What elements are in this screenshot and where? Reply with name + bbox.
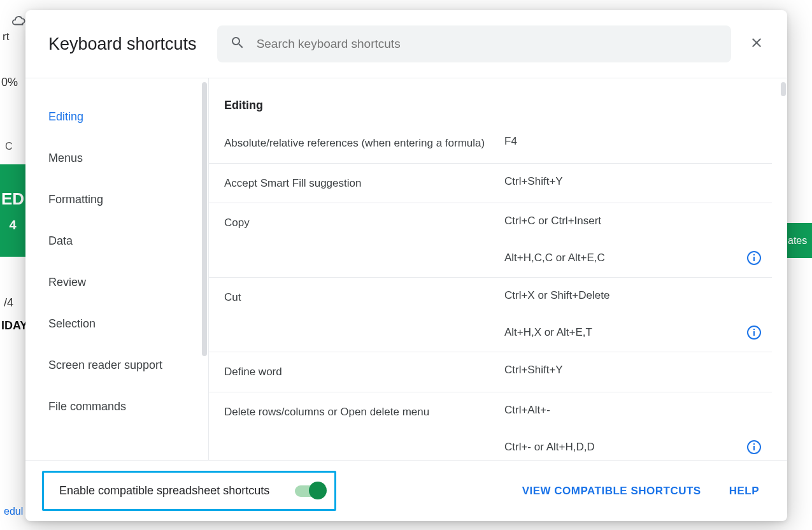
shortcut-keys: Ctrl+Alt+- — [504, 404, 550, 417]
shortcut-row: CutCtrl+X or Shift+DeleteAlt+H,X or Alt+… — [209, 278, 772, 352]
bg-green-right: ates — [785, 223, 812, 258]
svg-rect-8 — [753, 443, 755, 445]
sidebar-item-editing[interactable]: Editing — [48, 96, 208, 138]
shortcut-keys: Alt+H,X or Alt+E,T — [504, 326, 592, 339]
view-compatible-shortcuts-link[interactable]: VIEW COMPATIBLE SHORTCUTS — [512, 480, 711, 503]
help-link[interactable]: HELP — [719, 480, 769, 503]
search-icon — [230, 35, 245, 53]
shortcut-description: Delete rows/columns or Open delete menu — [224, 392, 504, 461]
shortcut-keys: Ctrl+C or Ctrl+Insert — [504, 215, 601, 227]
dialog-footer: Enable compatible spreadsheet shortcuts … — [25, 460, 787, 521]
shortcut-description: Accept Smart Fill suggestion — [224, 164, 504, 203]
svg-rect-7 — [753, 446, 755, 450]
shortcut-row: Delete rows/columns or Open delete menuC… — [209, 392, 772, 461]
shortcut-row: Absolute/relative references (when enter… — [209, 124, 772, 164]
svg-rect-4 — [753, 331, 755, 336]
sidebar-item-menus[interactable]: Menus — [48, 138, 208, 179]
sidebar-item-data[interactable]: Data — [48, 220, 208, 262]
shortcut-keys: Ctrl+- or Alt+H,D,D — [504, 441, 595, 454]
shortcut-row: CopyCtrl+C or Ctrl+InsertAlt+H,C,C or Al… — [209, 203, 772, 278]
shortcut-description: Absolute/relative references (when enter… — [224, 124, 504, 163]
shortcut-description: Cut — [224, 278, 504, 352]
shortcut-keys: Ctrl+X or Shift+Delete — [504, 289, 609, 302]
sidebar-scrollbar[interactable] — [202, 82, 207, 356]
shortcut-description: Copy — [224, 203, 504, 277]
shortcut-keys: Ctrl+Shift+Y — [504, 364, 563, 376]
info-icon[interactable] — [746, 250, 762, 266]
dialog-body: EditingMenusFormattingDataReviewSelectio… — [25, 78, 787, 460]
dialog-header: Keyboard shortcuts — [25, 10, 787, 78]
bg-tab: edul — [4, 506, 23, 517]
svg-rect-1 — [753, 257, 755, 261]
bg-day: IDAY — [1, 319, 27, 333]
bg-date: /4 — [4, 296, 13, 310]
toggle-label: Enable compatible spreadsheet shortcuts — [59, 484, 269, 498]
section-title: Editing — [209, 99, 772, 124]
sidebar-item-file-commands[interactable]: File commands — [48, 386, 208, 427]
sidebar-item-formatting[interactable]: Formatting — [48, 179, 208, 220]
bg-green-cell: ED 4 — [0, 164, 25, 257]
bg-column-c: C — [5, 141, 13, 152]
shortcut-keys: F4 — [504, 135, 517, 148]
info-icon[interactable] — [746, 440, 762, 455]
search-box[interactable] — [217, 25, 731, 62]
bg-text: rt — [3, 31, 9, 43]
close-button[interactable] — [744, 31, 769, 57]
compatible-shortcuts-toggle-box: Enable compatible spreadsheet shortcuts — [42, 471, 336, 511]
bg-zoom: 0% — [1, 76, 18, 89]
dialog-title: Keyboard shortcuts — [48, 34, 197, 54]
sidebar-item-selection[interactable]: Selection — [48, 303, 208, 345]
shortcut-description: Define word — [224, 352, 504, 392]
info-icon[interactable] — [746, 325, 762, 340]
svg-rect-2 — [753, 254, 755, 255]
sidebar-item-screen-reader-support[interactable]: Screen reader support — [48, 345, 208, 386]
keyboard-shortcuts-dialog: Keyboard shortcuts EditingMenusFormattin… — [25, 10, 787, 521]
close-icon — [749, 35, 764, 53]
cloud-icon — [11, 14, 25, 31]
sidebar-item-review[interactable]: Review — [48, 262, 208, 303]
svg-rect-5 — [753, 329, 755, 330]
content-scrollbar[interactable] — [781, 82, 786, 96]
shortcut-keys: Alt+H,C,C or Alt+E,C — [504, 252, 605, 264]
compatible-shortcuts-toggle[interactable] — [295, 485, 323, 497]
shortcuts-content: Editing Absolute/relative references (wh… — [209, 78, 787, 460]
search-input[interactable] — [257, 37, 718, 51]
shortcut-keys: Ctrl+Shift+Y — [504, 175, 563, 188]
shortcut-row: Accept Smart Fill suggestionCtrl+Shift+Y — [209, 164, 772, 204]
shortcut-row: Define wordCtrl+Shift+Y — [209, 352, 772, 392]
category-sidebar: EditingMenusFormattingDataReviewSelectio… — [25, 78, 209, 460]
toggle-knob — [309, 482, 327, 499]
